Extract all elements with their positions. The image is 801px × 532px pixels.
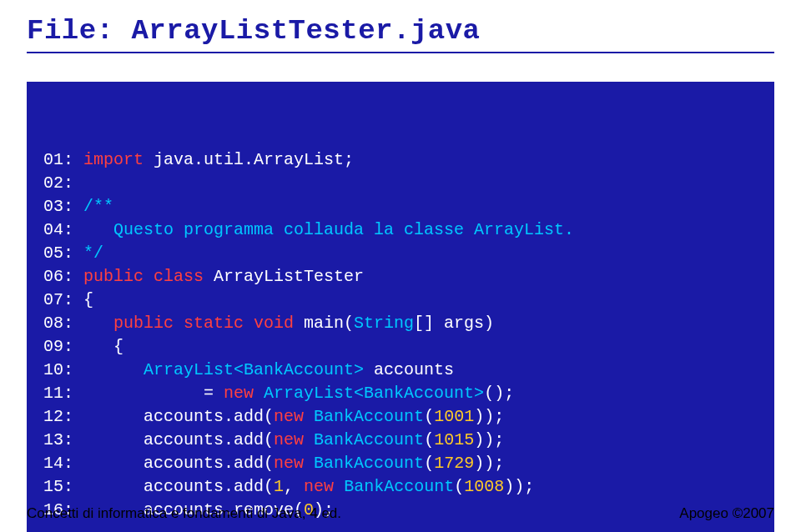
code-token: )); [474, 407, 504, 426]
code-token: 1015 [434, 430, 474, 449]
code-token: accounts.add( [144, 477, 274, 496]
code-token: 01: [43, 150, 83, 169]
code-token: 10: [43, 360, 144, 379]
code-token: BankAccount [314, 454, 424, 473]
code-token: 1008 [464, 477, 504, 496]
code-token: )); [504, 477, 534, 496]
code-token: 12: [43, 407, 144, 426]
code-token: accounts.add( [144, 407, 274, 426]
code-token: { [83, 290, 93, 309]
code-token: new [274, 407, 304, 426]
code-token: 08: [43, 314, 113, 333]
code-line: 05: */ [43, 242, 758, 265]
code-line: 04: Questo programma collauda la classe … [43, 218, 758, 242]
code-token: 15: [43, 477, 144, 496]
code-token: [] args) [414, 314, 494, 333]
footer-right: Apogeo ©2007 [679, 505, 774, 522]
code-token: 1729 [434, 454, 474, 473]
title-underline [27, 52, 774, 53]
code-token: 13: [43, 430, 144, 449]
code-token: BankAccount [314, 407, 424, 426]
code-line: 13: accounts.add(new BankAccount(1015)); [43, 429, 758, 452]
code-line: 06: public class ArrayListTester [43, 265, 758, 289]
code-token: 07: [43, 290, 83, 309]
code-token: ( [454, 477, 464, 496]
code-token: BankAccount [314, 430, 424, 449]
code-line: 11: = new ArrayList<BankAccount>(); [43, 382, 758, 405]
code-line: 12: accounts.add(new BankAccount(1001)); [43, 405, 758, 429]
code-token: /** [83, 197, 113, 216]
code-token: 09: [43, 337, 113, 356]
code-token [254, 384, 264, 403]
code-token: 05: [43, 243, 83, 263]
footer: Concetti di informatica e fondamenti di … [27, 505, 774, 522]
code-token: Questo programma collauda la classe Arra… [113, 220, 574, 239]
code-line: 10: ArrayList<BankAccount> accounts [43, 359, 758, 382]
code-token: ArrayListTester [204, 267, 364, 286]
code-token: java.util.ArrayList; [144, 150, 354, 169]
code-token: String [354, 314, 414, 333]
footer-left: Concetti di informatica e fondamenti di … [27, 505, 341, 522]
title-filename: ArrayListTester.java [131, 15, 480, 47]
code-token: new [304, 477, 334, 496]
code-token: public class [83, 267, 204, 286]
code-line: 09: { [43, 335, 758, 359]
code-token: ( [424, 407, 434, 426]
code-line: 02: [43, 172, 758, 195]
code-token [334, 477, 344, 496]
code-line: 07: { [43, 289, 758, 312]
code-token: 03: [43, 197, 83, 216]
code-line: 14: accounts.add(new BankAccount(1729)); [43, 452, 758, 475]
code-token: */ [83, 243, 103, 263]
code-token: ArrayList<BankAccount> [264, 384, 484, 403]
code-token: accounts.add( [144, 454, 274, 473]
code-token: BankAccount [344, 477, 454, 496]
code-token: accounts.add( [144, 430, 274, 449]
code-token [304, 454, 314, 473]
code-token: 11: [43, 384, 204, 403]
code-line: 01: import java.util.ArrayList; [43, 148, 758, 172]
code-token: 1001 [434, 407, 474, 426]
code-token: public static void [113, 314, 294, 333]
code-token: = [204, 384, 224, 403]
code-token: new [224, 384, 254, 403]
code-block: 01: import java.util.ArrayList;02: 03: /… [27, 82, 774, 532]
code-token: 02: [43, 173, 83, 193]
code-token [304, 430, 314, 449]
code-token: import [83, 150, 144, 169]
slide-title: File: ArrayListTester.java [27, 15, 774, 47]
code-token [304, 407, 314, 426]
code-token: new [274, 430, 304, 449]
code-line: 08: public static void main(String[] arg… [43, 312, 758, 335]
code-token: main( [294, 314, 354, 333]
code-token: ArrayList<BankAccount> [144, 360, 364, 379]
code-token: 1 [274, 477, 284, 496]
code-token: , [284, 477, 304, 496]
code-line: 15: accounts.add(1, new BankAccount(1008… [43, 475, 758, 499]
code-token: 06: [43, 267, 83, 286]
title-prefix: File: [27, 15, 131, 47]
code-token: ( [424, 454, 434, 473]
code-token: ( [424, 430, 434, 449]
code-token: 04: [43, 220, 113, 239]
code-token: )); [474, 454, 504, 473]
code-token: 14: [43, 454, 144, 473]
code-line: 03: /** [43, 195, 758, 218]
code-token: )); [474, 430, 504, 449]
code-token: accounts [364, 360, 454, 379]
code-token: new [274, 454, 304, 473]
slide: File: ArrayListTester.java 01: import ja… [0, 0, 801, 532]
code-token: { [113, 337, 123, 356]
code-token: (); [484, 384, 514, 403]
